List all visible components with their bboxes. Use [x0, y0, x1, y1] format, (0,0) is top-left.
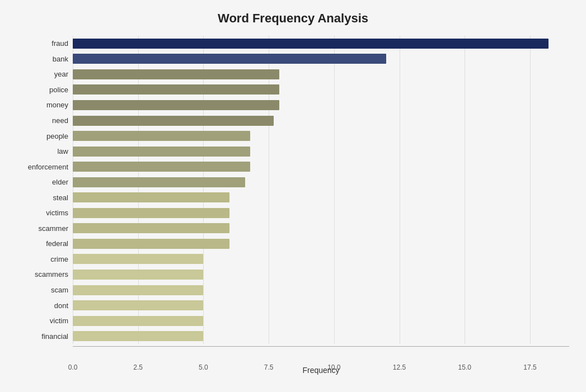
y-label-law: law [57, 148, 68, 155]
bar-row-scam [73, 284, 569, 296]
bar-law [73, 147, 250, 157]
x-tick: 2.5 [133, 363, 143, 371]
bar-row-victims [73, 207, 569, 219]
bar-row-police [73, 83, 569, 96]
y-label-police: police [49, 86, 68, 93]
y-label-bank: bank [53, 55, 68, 63]
y-label-crime: crime [50, 256, 68, 263]
bar-row-law [73, 145, 569, 158]
x-tick: 7.5 [264, 363, 274, 371]
bar-elder [73, 177, 245, 187]
y-label-people: people [46, 133, 68, 140]
bar-row-year [73, 68, 569, 81]
bar-row-need [73, 115, 569, 127]
y-label-steal: steal [53, 194, 68, 201]
bar-row-elder [73, 176, 569, 188]
y-label-fraud: fraud [51, 40, 68, 47]
bar-need [73, 116, 274, 126]
y-label-year: year [54, 70, 68, 78]
bar-financial [73, 331, 203, 341]
bar-money [73, 100, 279, 110]
bar-scammer [73, 223, 229, 233]
bar-row-scammer [73, 222, 569, 234]
bar-row-steal [73, 191, 569, 204]
chart-area: fraudbankyearpolicemoneyneedpeoplelawenf… [17, 36, 569, 344]
x-tick: 0.0 [68, 363, 78, 371]
chart-title: Word Frequency Analysis [17, 11, 569, 26]
x-axis-line [73, 346, 569, 347]
bar-victims [73, 208, 229, 218]
y-label-need: need [52, 117, 68, 124]
bar-dont [73, 300, 203, 310]
bar-row-enforcement [73, 160, 569, 173]
bar-fraud [73, 39, 549, 49]
y-label-money: money [46, 101, 68, 108]
bars-grid: 0.02.55.07.510.012.515.017.5 Frequency [73, 36, 569, 344]
bar-year [73, 69, 279, 79]
y-label-federal: federal [46, 240, 68, 247]
x-tick: 5.0 [199, 363, 208, 371]
y-label-victims: victims [46, 209, 68, 216]
y-label-dont: dont [54, 302, 68, 309]
bar-bank [73, 54, 386, 64]
x-tick: 17.5 [523, 363, 536, 371]
chart-container: Word Frequency Analysis fraudbankyearpol… [0, 0, 586, 392]
y-label-financial: financial [41, 333, 68, 340]
y-label-victim: victim [50, 317, 68, 324]
bar-row-dont [73, 299, 569, 311]
y-label-enforcement: enforcement [28, 163, 68, 171]
x-tick: 15.0 [458, 363, 471, 371]
bar-row-federal [73, 238, 569, 250]
bar-row-bank [73, 53, 569, 65]
bar-row-scammers [73, 268, 569, 281]
bar-police [73, 84, 279, 95]
bar-federal [73, 239, 229, 249]
y-axis-labels: fraudbankyearpolicemoneyneedpeoplelawenf… [17, 36, 73, 344]
y-label-scam: scam [51, 286, 68, 294]
bar-row-financial [73, 330, 569, 342]
bar-row-money [73, 99, 569, 111]
y-label-scammer: scammer [39, 225, 68, 232]
y-label-elder: elder [52, 178, 68, 186]
bar-row-crime [73, 253, 569, 265]
bar-row-people [73, 130, 569, 142]
bar-people [73, 131, 250, 141]
bar-row-fraud [73, 37, 569, 50]
bar-row-victim [73, 315, 569, 327]
bar-enforcement [73, 162, 250, 172]
bar-victim [73, 316, 203, 326]
y-label-scammers: scammers [35, 271, 68, 278]
x-axis-label: Frequency [302, 366, 339, 375]
bar-scammers [73, 270, 203, 280]
bar-crime [73, 254, 203, 264]
bar-steal [73, 192, 229, 202]
x-tick: 12.5 [393, 363, 406, 371]
bar-scam [73, 285, 203, 295]
